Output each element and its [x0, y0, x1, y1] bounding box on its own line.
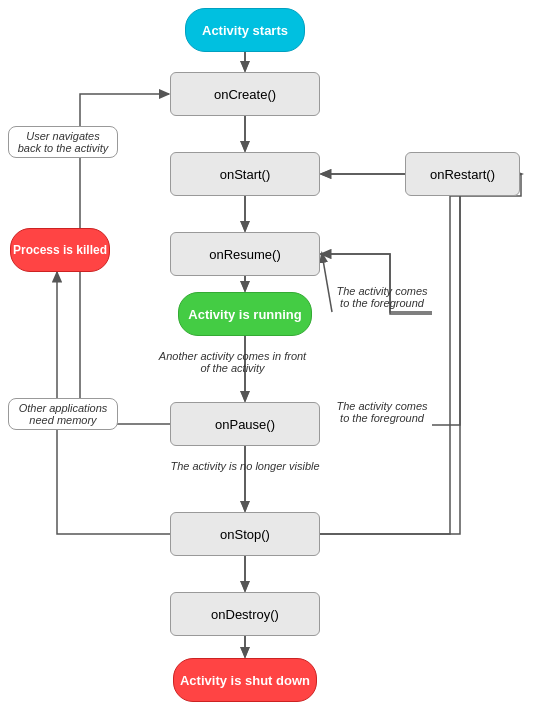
activity-foreground-upper-label: The activity comes to the foreground	[332, 285, 432, 309]
activity-running-node: Activity is running	[178, 292, 312, 336]
ondestroy-node: onDestroy()	[170, 592, 320, 636]
process-killed-node: Process is killed	[10, 228, 110, 272]
onpause-node: onPause()	[170, 402, 320, 446]
other-apps-label: Other applications need memory	[8, 398, 118, 430]
no-longer-visible-label: The activity is no longer visible	[150, 460, 340, 472]
activity-shutdown-node: Activity is shut down	[173, 658, 317, 702]
onrestart-node: onRestart()	[405, 152, 520, 196]
onresume-node: onResume()	[170, 232, 320, 276]
oncreate-node: onCreate()	[170, 72, 320, 116]
user-navigates-label: User navigates back to the activity	[8, 126, 118, 158]
another-activity-label: Another activity comes in front of the a…	[155, 350, 310, 374]
onstart-node: onStart()	[170, 152, 320, 196]
activity-foreground-lower-label: The activity comes to the foreground	[332, 400, 432, 424]
activity-lifecycle-diagram: Activity starts onCreate() onStart() onR…	[0, 0, 545, 711]
activity-starts-node: Activity starts	[185, 8, 305, 52]
onstop-node: onStop()	[170, 512, 320, 556]
